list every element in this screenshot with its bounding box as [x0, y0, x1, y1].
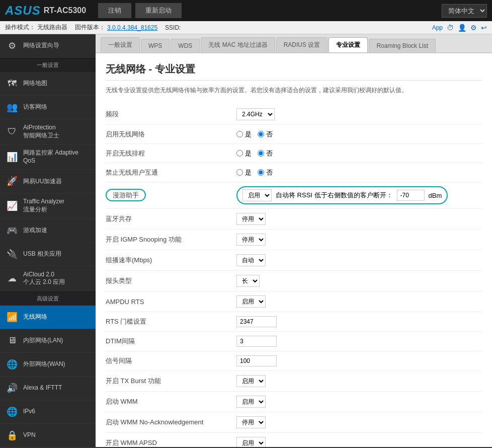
label-multicast-rate: 组播速率(Mbps)	[106, 256, 236, 265]
control-enable-wireless: 是 否	[236, 130, 482, 139]
control-preamble: 长 短	[236, 275, 482, 287]
tab-wds[interactable]: WDS	[171, 39, 200, 52]
label-wmm: 启动 WMM	[106, 397, 236, 406]
sidebar-item-uu-booster[interactable]: 🚀 网易UU加速器	[0, 170, 96, 193]
sidebar-label-usb-apps: USB 相关应用	[23, 250, 61, 258]
app-link[interactable]: App	[432, 24, 443, 31]
vpn-icon: 🔒	[5, 428, 19, 442]
roaming-control-highlighted: 启用 停用 自动将 RSSI 低于右侧数值的客户断开： dBm	[236, 186, 448, 204]
radio-group-enable-wireless: 是 否	[236, 130, 273, 139]
control-roaming-assistant: 启用 停用 自动将 RSSI 低于右侧数值的客户断开： dBm	[236, 186, 482, 204]
reboot-button[interactable]: 重新启动	[135, 3, 182, 18]
sidebar-label-aicloud: AiCloud 2.0个人云 2.0 应用	[23, 271, 65, 286]
sidebar-section-general: 一般设置	[0, 58, 96, 72]
tab-mac-filter[interactable]: 无线 MAC 地址过滤器	[201, 37, 275, 52]
sidebar-item-usb-apps[interactable]: 🔌 USB 相关应用	[0, 243, 96, 266]
control-multicast-rate: 自动 1 2	[236, 254, 482, 266]
tab-professional[interactable]: 专业设置	[329, 37, 368, 52]
sidebar-item-wireless[interactable]: 📶 无线网络	[0, 306, 96, 329]
control-dtim	[236, 336, 482, 347]
sidebar-item-network-map[interactable]: 🗺 网络地图	[0, 72, 96, 96]
label-tx-burst: 开启 TX Burst 功能	[106, 377, 236, 386]
label-block-clients: 禁止无线用户互通	[106, 168, 236, 177]
firmware-label: 固件版本：	[75, 23, 105, 32]
row-roaming-assistant: 漫游助手 启用 停用 自动将 RSSI 低于右侧数值的客户断开： dBm	[106, 182, 482, 209]
radio-block-no[interactable]: 否	[258, 168, 273, 177]
row-multicast-rate: 组播速率(Mbps) 自动 1 2	[106, 250, 482, 271]
adaptive-qos-icon: 📊	[5, 150, 19, 164]
sidebar-item-lan[interactable]: 🖥 内部网络(LAN)	[0, 329, 96, 353]
row-block-clients: 禁止无线用户互通 是 否	[106, 163, 482, 182]
sidebar-item-setup-wizard[interactable]: ⚙ 网络设置向导	[0, 34, 96, 58]
input-rts-threshold[interactable]	[236, 316, 277, 327]
control-igmp: 停用 启用	[236, 234, 482, 246]
tab-general[interactable]: 一般设置	[101, 37, 140, 52]
firmware-version[interactable]: 3.0.0.4.384_81625	[107, 24, 157, 31]
tab-radius[interactable]: RADIUS 设置	[276, 37, 328, 52]
radio-enable-wireless-no[interactable]: 否	[258, 130, 273, 139]
sidebar-item-wan[interactable]: 🌐 外部网络(WAN)	[0, 353, 96, 377]
radio-block-yes[interactable]: 是	[236, 168, 252, 177]
sidebar-item-adaptive-qos[interactable]: 📊 网路监控家 AdaptiveQoS	[0, 144, 96, 170]
guest-network-icon: 👥	[5, 100, 19, 114]
select-igmp[interactable]: 停用 启用	[236, 234, 266, 246]
speedometer-icon[interactable]: ⏱	[447, 24, 454, 32]
input-dtim[interactable]	[236, 336, 277, 347]
radio-scheduling-no[interactable]: 否	[258, 149, 273, 158]
content-area: 无线网络 - 专业设置 无线专业设置提供您无线网络传输与效率方面的设置。若您没有…	[96, 53, 492, 447]
settings-icon[interactable]: ⚙	[470, 24, 477, 32]
input-beacon-interval[interactable]	[236, 355, 277, 366]
sidebar-item-ipv6[interactable]: 🌐 IPv6	[0, 400, 96, 424]
select-wmm[interactable]: 启用 停用	[236, 396, 266, 408]
row-dtim: DTIM间隔	[106, 332, 482, 351]
uu-booster-icon: 🚀	[5, 174, 19, 188]
logout-icon[interactable]: ↩	[481, 24, 487, 32]
tab-roaming-block[interactable]: Roaming Block List	[369, 39, 436, 52]
alexa-icon: 🔊	[5, 381, 19, 395]
select-wmm-noack[interactable]: 停用 启用	[236, 416, 266, 428]
rssi-unit: dBm	[429, 192, 442, 199]
select-ampdu-rts[interactable]: 启用 停用	[236, 295, 266, 308]
language-select[interactable]: 简体中文	[442, 4, 487, 18]
select-multicast-rate[interactable]: 自动 1 2	[236, 254, 266, 266]
tab-wps[interactable]: WPS	[141, 39, 170, 52]
wireless-icon: 📶	[5, 310, 19, 324]
label-ampdu-rts: AMPDU RTS	[106, 298, 236, 306]
row-enable-wireless: 启用无线网络 是 否	[106, 125, 482, 144]
sidebar-label-aiprotection: AiProtection智能网络卫士	[23, 124, 59, 139]
roaming-label-highlighted: 漫游助手	[106, 189, 146, 201]
sidebar-label-network-map: 网络地图	[23, 80, 47, 88]
label-freq: 频段	[106, 110, 236, 119]
select-preamble[interactable]: 长 短	[236, 275, 260, 287]
control-bluetooth: 停用 启用	[236, 213, 482, 225]
sidebar-item-guest-network[interactable]: 👥 访客网络	[0, 96, 96, 119]
select-roaming[interactable]: 启用 停用	[242, 189, 272, 201]
sidebar-item-aicloud[interactable]: ☁ AiCloud 2.0个人云 2.0 应用	[0, 266, 96, 291]
radio-scheduling-yes[interactable]: 是	[236, 149, 252, 158]
select-tx-burst[interactable]: 启用 停用	[236, 375, 266, 387]
select-freq[interactable]: 2.4GHz 5GHz-1 5GHz-2	[236, 108, 275, 120]
main-layout: ⚙ 网络设置向导 一般设置 🗺 网络地图 👥 访客网络 🛡 AiProtecti…	[0, 34, 492, 447]
game-boost-icon: 🎮	[5, 223, 19, 238]
topbar: ASUS RT-AC5300 注销 重新启动 简体中文	[0, 0, 492, 21]
logout-button[interactable]: 注销	[98, 3, 131, 18]
control-block-clients: 是 否	[236, 168, 482, 177]
user-icon[interactable]: 👤	[458, 24, 466, 32]
select-wmm-apsd[interactable]: 启用 停用	[236, 437, 266, 447]
select-bluetooth[interactable]: 停用 启用	[236, 213, 266, 225]
rssi-input[interactable]	[397, 190, 425, 201]
sidebar-item-vpn[interactable]: 🔒 VPN	[0, 424, 96, 447]
row-ampdu-rts: AMPDU RTS 启用 停用	[106, 291, 482, 312]
sidebar-item-alexa[interactable]: 🔊 Alexa & IFTTT	[0, 377, 96, 400]
rssi-desc: 自动将 RSSI 低于右侧数值的客户断开：	[276, 191, 393, 200]
sidebar-item-game-boost[interactable]: 🎮 游戏加速	[0, 219, 96, 243]
sidebar-item-aiprotection[interactable]: 🛡 AiProtection智能网络卫士	[0, 119, 96, 144]
label-wmm-noack: 启动 WMM No-Acknowledgement	[106, 418, 236, 427]
sidebar-label-guest-network: 访客网络	[23, 103, 47, 111]
sidebar-item-traffic-analyzer[interactable]: 📈 Traffic Analyzer流量分析	[0, 193, 96, 218]
page-title: 无线网络 - 专业设置	[106, 62, 482, 81]
radio-enable-wireless-yes[interactable]: 是	[236, 130, 252, 139]
label-enable-wireless: 启用无线网络	[106, 130, 236, 139]
sidebar-label-alexa: Alexa & IFTTT	[23, 384, 62, 392]
row-rts-threshold: RTS 门槛设置	[106, 312, 482, 332]
